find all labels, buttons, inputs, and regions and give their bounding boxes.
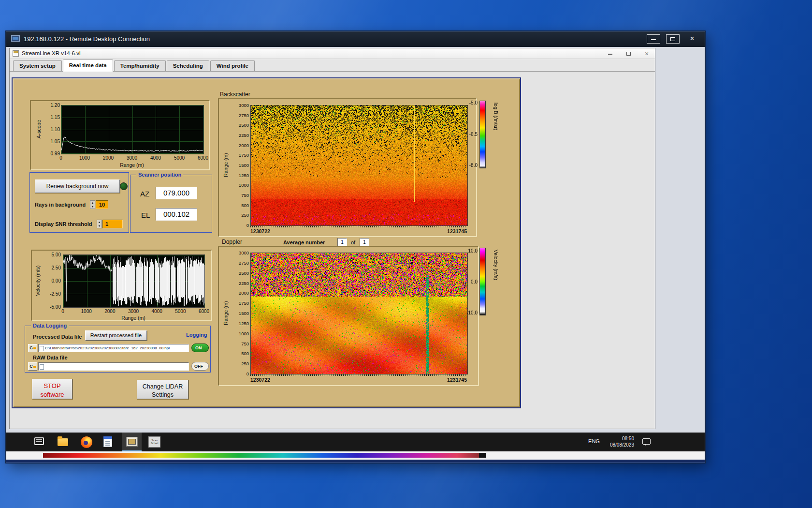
velocity-y-axis: 5.002.500.00-2.50-5.00 (40, 254, 61, 307)
app-close-button[interactable]: × (643, 50, 650, 58)
rays-in-background-label: Rays in background (35, 202, 86, 208)
rdp-window: 192.168.0.122 - Remote Desktop Connectio… (6, 31, 705, 463)
tick-label: 2750 (239, 112, 249, 118)
rays-in-background-field[interactable]: 10 (96, 200, 108, 209)
tick-label: 1000 (79, 155, 90, 161)
processed-drive-button[interactable]: C (28, 344, 37, 352)
tick-label: 1750 (239, 152, 249, 158)
raw-drive-button[interactable]: C (28, 362, 37, 371)
backscatter-title: Backscatter (220, 91, 250, 98)
remote-desktop: StreamLine XR v14-6.vi × System setup Re… (6, 47, 705, 463)
tick-label: 1250 (239, 320, 249, 326)
tab-system-setup[interactable]: System setup (13, 60, 62, 71)
tick-label: 5.00 (52, 252, 61, 257)
backscatter-colorbar-gradient (479, 101, 486, 168)
tick-label: 2500 (239, 270, 249, 275)
tick-label: 1.05 (51, 139, 60, 144)
ascope-x-label: Range (m) (61, 162, 203, 168)
backscatter-time-start: 1230722 (250, 228, 270, 234)
app-titlebar[interactable]: StreamLine XR v14-6.vi × (10, 48, 655, 59)
tick-label: 3000 (239, 250, 249, 255)
tick-label: 3000 (128, 309, 139, 314)
processed-logging-toggle[interactable]: ON (191, 344, 209, 352)
snr-threshold-field[interactable]: 1 (102, 220, 123, 228)
doppler-y-label: Range (m) (223, 301, 229, 325)
ascope-y-axis: 1.201.151.101.050.99 (43, 105, 60, 153)
az-label: AZ (140, 190, 149, 198)
clock-time: 08:50 (603, 435, 634, 442)
tick-label: 2250 (239, 133, 249, 138)
change-lidar-settings-button[interactable]: Change LiDAR Settings (137, 380, 188, 399)
ascope-plot (61, 105, 204, 154)
el-value-field[interactable]: 000.102 (156, 208, 197, 221)
task-view-button[interactable] (34, 437, 44, 445)
tick-label: 1500 (239, 163, 249, 168)
tick-label: 0 (61, 309, 64, 314)
scanner-position-group: Scanner position AZ 079.000 EL 000.102 (130, 175, 212, 233)
renew-background-button[interactable]: Renew background now (35, 179, 120, 193)
firefox-icon (81, 436, 92, 448)
raw-data-file-path[interactable] (38, 362, 189, 371)
rdp-close-button[interactable]: × (685, 34, 699, 44)
clock[interactable]: 08:50 08/08/2023 (603, 435, 634, 448)
tick-label: 250 (241, 361, 249, 366)
average-total-field[interactable]: 1 (360, 238, 369, 246)
stop-software-button[interactable]: STOP software (32, 379, 72, 399)
tab-wind-profile[interactable]: Wind profile (210, 60, 255, 71)
of-label: of (351, 239, 355, 245)
tick-label: 0.0 (471, 279, 478, 284)
raw-logging-toggle[interactable]: OFF (191, 362, 209, 371)
rainbow-colorbar (43, 453, 479, 458)
notifications-button[interactable] (642, 438, 651, 445)
tab-temp-humidity[interactable]: Temp/humidity (114, 60, 166, 71)
snr-spinner[interactable]: ▲▼ (97, 220, 102, 228)
language-indicator[interactable]: ENG (586, 438, 602, 444)
app-minimize-button[interactable] (607, 50, 613, 57)
streamline-app-button[interactable] (122, 433, 142, 451)
processed-data-file-label: Processed Data file (33, 334, 82, 340)
tab-real-time-data[interactable]: Real time data (63, 60, 113, 72)
velocity-plot (63, 254, 205, 308)
rdp-titlebar[interactable]: 192.168.0.122 - Remote Desktop Connectio… (6, 31, 705, 47)
average-number-field[interactable]: 1 (337, 238, 347, 246)
app-maximize-button[interactable] (625, 50, 632, 57)
tick-label: 1.15 (51, 115, 60, 120)
change-button-line2: Settings (137, 391, 188, 399)
tick-label: 1.10 (51, 127, 60, 132)
tab-scheduling[interactable]: Scheduling (167, 60, 209, 71)
backscatter-axis-ticks (250, 226, 467, 227)
rdp-minimize-button[interactable] (647, 34, 660, 44)
backscatter-colorbar-ticks: -5.0-6.5-8.0 (457, 101, 478, 168)
doppler-colorbar-ticks: 10.00.0-10.0 (457, 248, 478, 315)
tick-label: 2000 (104, 309, 115, 314)
vi-icon (13, 50, 19, 57)
doppler-time-end: 1231745 (438, 377, 467, 383)
data-logging-title: Data Logging (31, 323, 69, 329)
front-panel: A-scope 1.201.151.101.050.99 01000200030… (12, 77, 521, 408)
tick-label: 1000 (239, 330, 249, 336)
firefox-button[interactable] (81, 436, 92, 448)
doppler-axis-ticks (250, 374, 467, 376)
tick-label: 750 (241, 193, 249, 198)
document-app-button[interactable] (103, 436, 112, 447)
backscatter-time-end: 1231745 (438, 228, 467, 234)
el-label: EL (141, 211, 150, 219)
document-icon (103, 436, 112, 447)
processed-data-file-path[interactable]: C:\Lidar\Data\Proc\2023\202308\20230808\… (38, 344, 189, 352)
rdp-icon (11, 35, 20, 42)
restart-processed-file-button[interactable]: Restart processed file (85, 330, 147, 341)
backscatter-y-axis: 3000275025002250200017501500125010007505… (232, 105, 249, 225)
tick-label: 500 (241, 202, 249, 208)
scan-scheduler-button[interactable]: Scan Sched (148, 436, 160, 448)
scanner-position-title: Scanner position (136, 172, 183, 178)
file-explorer-button[interactable] (58, 438, 68, 446)
rainbow-colorbar-end (479, 453, 486, 458)
rays-spinner[interactable]: ▲▼ (90, 200, 95, 209)
app-content: A-scope 1.201.151.101.050.99 01000200030… (10, 72, 655, 429)
tick-label: 1500 (239, 311, 249, 316)
az-value-field[interactable]: 079.000 (156, 187, 197, 199)
tick-label: 3000 (239, 103, 249, 108)
rdp-maximize-button[interactable] (666, 34, 680, 44)
streamline-app-icon (126, 437, 138, 447)
tick-label: 3000 (127, 155, 137, 161)
